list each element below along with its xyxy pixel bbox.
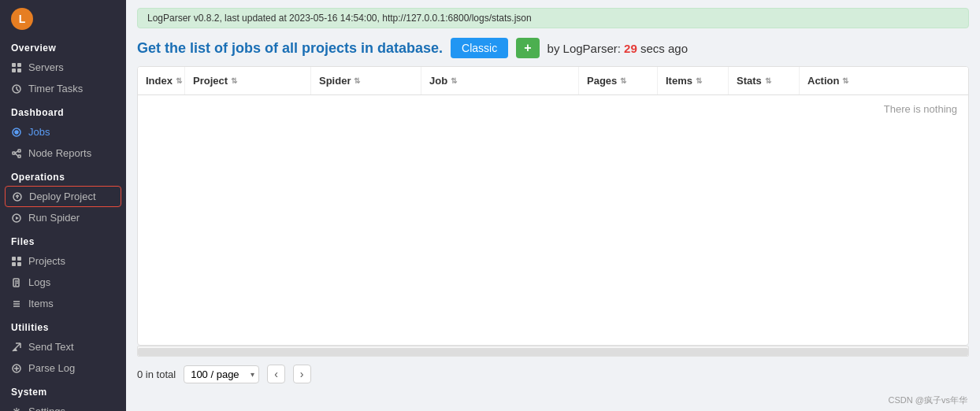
sort-icon-stats: ⇅: [765, 76, 771, 85]
svg-rect-1: [17, 63, 21, 67]
col-project[interactable]: Project ⇅: [185, 67, 311, 94]
play-icon: [11, 213, 22, 224]
svg-rect-20: [12, 262, 16, 266]
sidebar-label-items: Items: [28, 298, 54, 309]
plus-button[interactable]: +: [516, 38, 539, 58]
grid-icon: [11, 62, 22, 73]
sidebar-label-jobs: Jobs: [28, 126, 50, 138]
col-stats[interactable]: Stats ⇅: [729, 67, 800, 94]
time-number: 29: [624, 42, 637, 55]
col-action[interactable]: Action ⇅: [800, 67, 886, 94]
sort-icon-job: ⇅: [451, 76, 457, 85]
sidebar-item-send-text[interactable]: Send Text: [0, 336, 126, 357]
empty-message: There is nothing: [884, 103, 957, 115]
section-system: System: [0, 379, 126, 401]
pagination-total: 0 in total: [137, 368, 176, 380]
sidebar-label-logs: Logs: [28, 276, 50, 288]
sort-icon-action: ⇅: [842, 76, 848, 85]
jobs-table: Index ⇅ Project ⇅ Spider ⇅ Job ⇅ Pages ⇅…: [137, 66, 969, 346]
watermark-text: CSDN @疯子vs年华: [889, 395, 967, 405]
horizontal-scrollbar[interactable]: [137, 346, 969, 357]
sidebar-item-parse-log[interactable]: Parse Log: [0, 357, 126, 379]
sidebar-item-projects[interactable]: Projects: [0, 250, 126, 272]
section-operations: Operations: [0, 164, 126, 186]
sidebar-label-node-reports: Node Reports: [28, 147, 91, 159]
col-items[interactable]: Items ⇅: [658, 67, 729, 94]
svg-rect-19: [17, 257, 21, 261]
svg-rect-3: [17, 68, 21, 72]
table-header: Index ⇅ Project ⇅ Spider ⇅ Job ⇅ Pages ⇅…: [138, 67, 968, 95]
sidebar-item-node-reports[interactable]: Node Reports: [0, 143, 126, 164]
info-bar: LogParser v0.8.2, last updated at 2023-0…: [137, 8, 969, 28]
sidebar-label-send-text: Send Text: [28, 341, 74, 353]
sidebar-label-run-spider: Run Spider: [28, 212, 80, 224]
sidebar-item-servers[interactable]: Servers: [0, 57, 126, 78]
svg-line-6: [17, 89, 19, 91]
sidebar-item-jobs[interactable]: Jobs: [0, 121, 126, 143]
sidebar-label-timer-tasks: Timer Tasks: [28, 83, 83, 94]
sidebar-item-items[interactable]: Items: [0, 293, 126, 314]
sidebar-label-parse-log: Parse Log: [28, 362, 75, 374]
prev-page-button[interactable]: ‹: [267, 365, 285, 383]
page-size-wrapper[interactable]: 100 / page 50 / page 20 / page: [184, 365, 259, 383]
col-index[interactable]: Index ⇅: [138, 67, 185, 94]
section-overview: Overview: [0, 35, 126, 57]
sidebar-item-logs[interactable]: Logs: [0, 272, 126, 293]
next-page-button[interactable]: ›: [293, 365, 311, 383]
sidebar: L Overview Servers Timer Tasks Dashboard…: [0, 0, 126, 411]
svg-rect-18: [12, 257, 16, 261]
svg-rect-2: [12, 68, 16, 72]
section-utilities: Utilities: [0, 314, 126, 336]
section-files: Files: [0, 228, 126, 250]
clock-icon: [11, 83, 22, 94]
sort-icon-index: ⇅: [176, 76, 182, 85]
grid2-icon: [11, 256, 22, 267]
sort-icon-pages: ⇅: [620, 76, 626, 85]
col-spider[interactable]: Spider ⇅: [311, 67, 421, 94]
upload-icon: [12, 191, 23, 202]
svg-rect-9: [13, 152, 15, 154]
sidebar-label-deploy-project: Deploy Project: [29, 191, 96, 202]
pagination-row: 0 in total 100 / page 50 / page 20 / pag…: [126, 357, 980, 391]
main-content: LogParser v0.8.2, last updated at 2023-0…: [126, 0, 980, 411]
sidebar-item-deploy-project[interactable]: Deploy Project: [5, 186, 121, 207]
watermark: CSDN @疯子vs年华: [126, 391, 980, 411]
file-icon: [11, 277, 22, 288]
svg-rect-11: [18, 155, 20, 157]
sidebar-item-timer-tasks[interactable]: Timer Tasks: [0, 78, 126, 99]
parse-icon: [11, 363, 22, 374]
svg-rect-10: [18, 150, 20, 152]
page-size-select[interactable]: 100 / page 50 / page 20 / page: [184, 365, 259, 383]
node-icon: [11, 148, 22, 159]
col-pages[interactable]: Pages ⇅: [579, 67, 658, 94]
circle-dot-icon: [11, 127, 22, 138]
svg-point-8: [15, 131, 18, 134]
logo-icon: L: [11, 8, 33, 30]
table-body: There is nothing: [138, 95, 968, 345]
svg-rect-0: [12, 63, 16, 67]
section-dashboard: Dashboard: [0, 99, 126, 121]
classic-button[interactable]: Classic: [451, 38, 508, 58]
sidebar-label-projects: Projects: [28, 255, 65, 267]
info-bar-text: LogParser v0.8.2, last updated at 2023-0…: [147, 13, 532, 24]
title-suffix: by LogParser: 29 secs ago: [548, 42, 688, 55]
col-job[interactable]: Job ⇅: [421, 67, 579, 94]
sort-icon-project: ⇅: [231, 76, 237, 85]
title-row: Get the list of jobs of all projects in …: [126, 33, 980, 66]
svg-rect-21: [17, 262, 21, 266]
sort-icon-items: ⇅: [696, 76, 702, 85]
scrollbar-thumb: [138, 348, 968, 356]
sidebar-item-settings[interactable]: Settings: [0, 401, 126, 411]
list-icon: [11, 298, 22, 309]
sidebar-label-settings: Settings: [28, 405, 65, 411]
send-icon: [11, 342, 22, 353]
page-title: Get the list of jobs of all projects in …: [137, 40, 443, 57]
svg-line-13: [15, 153, 18, 156]
sidebar-label-servers: Servers: [28, 61, 64, 73]
sort-icon-spider: ⇅: [354, 76, 360, 85]
sidebar-logo: L: [0, 0, 126, 35]
svg-marker-17: [16, 217, 19, 220]
settings-icon: [11, 406, 22, 412]
sidebar-item-run-spider[interactable]: Run Spider: [0, 207, 126, 228]
